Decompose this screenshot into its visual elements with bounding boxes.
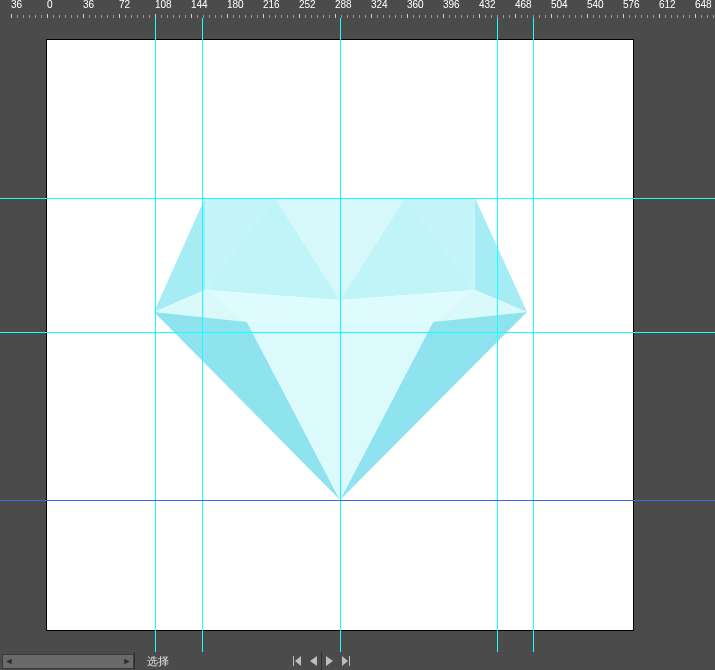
svg-marker-3 [326, 656, 333, 666]
ruler-tick-label: 216 [263, 0, 280, 10]
ruler-tick-label: 36 [83, 0, 94, 10]
ruler-tick-label: 540 [587, 0, 604, 10]
ruler-tick-label: 432 [479, 0, 496, 10]
ruler-tick-label: 360 [407, 0, 424, 10]
ruler-tick-label: 468 [515, 0, 532, 10]
horizontal-guide[interactable] [0, 198, 715, 199]
ruler-tick-label: 396 [443, 0, 460, 10]
vertical-guide[interactable] [202, 18, 203, 652]
ruler-tick-label: 180 [227, 0, 244, 10]
canvas-stage[interactable] [0, 18, 715, 652]
svg-marker-2 [310, 656, 317, 666]
ruler-tick-label: 0 [47, 0, 53, 10]
status-bar: ◄ ► 选择 [0, 652, 715, 670]
svg-marker-5 [349, 656, 350, 666]
ruler-tick-label: 288 [335, 0, 352, 10]
first-frame-button[interactable] [287, 653, 305, 669]
ruler-tick-label: 252 [299, 0, 316, 10]
horizontal-guide[interactable] [0, 500, 715, 501]
svg-marker-1 [295, 656, 301, 666]
horizontal-scrollbar[interactable]: ◄ ► [2, 654, 134, 669]
ruler-tick-label: 576 [623, 0, 640, 10]
svg-marker-4 [342, 656, 348, 666]
ruler-tick-label: 648 [695, 0, 712, 10]
prev-frame-button[interactable] [305, 653, 321, 669]
vertical-guide[interactable] [497, 18, 498, 652]
vertical-guide[interactable] [340, 18, 341, 652]
ruler-tick-label: 72 [119, 0, 130, 10]
scroll-right-arrow[interactable]: ► [121, 655, 133, 668]
svg-marker-0 [293, 656, 294, 666]
vertical-guide[interactable] [533, 18, 534, 652]
vertical-guide[interactable] [155, 18, 156, 652]
horizontal-ruler[interactable]: 3603672108144180216252288324360396432468… [0, 0, 715, 18]
active-tool-label: 选择 [135, 652, 177, 670]
scroll-left-arrow[interactable]: ◄ [3, 655, 15, 668]
ruler-tick-label: 108 [155, 0, 172, 10]
last-frame-button[interactable] [338, 653, 356, 669]
horizontal-guide[interactable] [0, 332, 715, 333]
next-frame-button[interactable] [322, 653, 338, 669]
ruler-tick-label: 144 [191, 0, 208, 10]
ruler-tick-label: 504 [551, 0, 568, 10]
ruler-tick-label: 324 [371, 0, 388, 10]
ruler-tick-label: 36 [11, 0, 22, 10]
ruler-tick-label: 612 [659, 0, 676, 10]
